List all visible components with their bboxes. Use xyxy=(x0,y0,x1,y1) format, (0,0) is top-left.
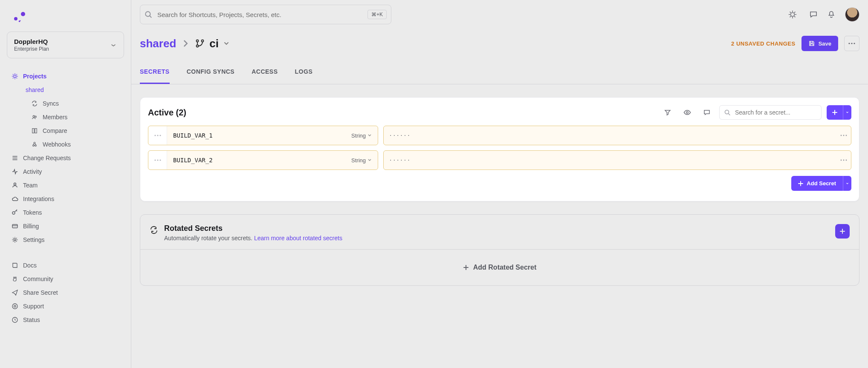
breadcrumb-config[interactable]: ci xyxy=(209,37,219,50)
add-secret-label: Add Secret xyxy=(807,180,836,187)
nav-status-label: Status xyxy=(23,316,40,323)
book-icon xyxy=(11,262,19,269)
nav-projects-label: Projects xyxy=(23,73,46,80)
svg-point-32 xyxy=(846,135,847,136)
save-button[interactable]: Save xyxy=(801,36,838,51)
secret-type[interactable]: String xyxy=(351,132,378,139)
tab-config-syncs[interactable]: CONFIG SYNCS xyxy=(187,68,235,84)
nav-project-shared[interactable]: shared xyxy=(7,83,124,97)
nav-billing[interactable]: Billing xyxy=(7,219,124,233)
nav-docs-label: Docs xyxy=(23,262,37,269)
secret-search-input[interactable] xyxy=(734,109,817,116)
breadcrumb-project[interactable]: shared xyxy=(140,37,176,50)
more-button[interactable] xyxy=(844,36,859,51)
nav-team-label: Team xyxy=(23,182,38,189)
nav-community[interactable]: Community xyxy=(7,272,124,286)
svg-point-27 xyxy=(154,135,156,136)
svg-point-1 xyxy=(21,12,25,16)
rotated-learn-more[interactable]: Learn more about rotated secrets xyxy=(254,235,342,242)
nav-integrations-label: Integrations xyxy=(23,196,54,202)
nav-team[interactable]: Team xyxy=(7,178,124,192)
tab-logs[interactable]: LOGS xyxy=(295,68,313,84)
tab-secrets[interactable]: SECRETS xyxy=(140,68,170,84)
org-switcher[interactable]: DopplerHQ Enterprise Plan xyxy=(7,32,124,58)
add-secret-dropdown[interactable] xyxy=(843,176,851,191)
svg-point-24 xyxy=(854,43,855,44)
secret-key-cell[interactable]: BUILD_VAR_1 String xyxy=(148,126,378,145)
gear-icon xyxy=(11,73,19,80)
tabs: SECRETS CONFIG SYNCS ACCESS LOGS xyxy=(131,51,868,84)
nav-tokens[interactable]: Tokens xyxy=(7,206,124,219)
sync-icon xyxy=(31,101,38,106)
nav-share-secret-label: Share Secret xyxy=(23,289,58,296)
drag-handle-icon[interactable] xyxy=(148,151,167,170)
svg-rect-5 xyxy=(32,129,34,133)
chat-icon[interactable] xyxy=(809,10,818,19)
filter-button[interactable] xyxy=(660,105,675,120)
nav-webhooks[interactable]: Webhooks xyxy=(7,138,124,151)
search-icon xyxy=(724,109,731,116)
tab-access[interactable]: ACCESS xyxy=(252,68,278,84)
nav-docs[interactable]: Docs xyxy=(7,259,124,272)
nav-tokens-label: Tokens xyxy=(23,209,42,216)
global-search-input[interactable] xyxy=(156,11,363,19)
secret-value-masked: ······ xyxy=(384,132,836,139)
unsaved-changes: 2 UNSAVED CHANGES xyxy=(731,40,796,47)
row-menu-button[interactable] xyxy=(836,159,851,161)
nav-settings-label: Settings xyxy=(23,236,45,243)
save-button-label: Save xyxy=(819,40,831,47)
rotated-title: Rotated Secrets xyxy=(164,224,342,233)
nav-support[interactable]: Support xyxy=(7,299,124,313)
nav-projects[interactable]: Projects xyxy=(7,69,124,83)
list-icon xyxy=(11,155,19,161)
secret-key: BUILD_VAR_1 xyxy=(167,132,351,139)
panel-add-button[interactable] xyxy=(827,105,843,120)
compare-icon xyxy=(31,128,38,134)
nav-status[interactable]: Status xyxy=(7,313,124,327)
secret-row: BUILD_VAR_2 String ······ xyxy=(148,150,851,170)
secret-type[interactable]: String xyxy=(351,157,378,164)
hand-icon xyxy=(11,276,19,282)
chevron-down-icon[interactable] xyxy=(223,40,230,47)
add-secret-button[interactable]: Add Secret xyxy=(791,176,843,191)
nav-share-secret[interactable]: Share Secret xyxy=(7,286,124,299)
sidebar: DopplerHQ Enterprise Plan Projects share… xyxy=(0,0,131,368)
drag-handle-icon[interactable] xyxy=(148,126,167,145)
nav-syncs-label: Syncs xyxy=(43,100,59,107)
secret-value-cell[interactable]: ······ xyxy=(383,126,851,145)
life-ring-icon xyxy=(11,303,19,310)
svg-point-15 xyxy=(14,305,16,307)
svg-point-37 xyxy=(843,160,845,161)
settings-icon xyxy=(11,236,19,243)
reveal-button[interactable] xyxy=(680,105,694,120)
add-rotated-secret-button[interactable]: Add Rotated Secret xyxy=(460,263,539,272)
row-menu-button[interactable] xyxy=(836,135,851,136)
secret-key: BUILD_VAR_2 xyxy=(167,157,351,164)
svg-point-10 xyxy=(14,183,16,185)
secret-key-cell[interactable]: BUILD_VAR_2 String xyxy=(148,150,378,170)
breadcrumb: shared ci 2 UNSAVED CHANGES xyxy=(131,20,868,51)
nav-integrations[interactable]: Integrations xyxy=(7,192,124,206)
svg-point-38 xyxy=(846,160,847,161)
secret-value-cell[interactable]: ······ xyxy=(383,150,851,170)
bell-icon[interactable] xyxy=(827,10,836,19)
panel-title: Active (2) xyxy=(148,108,186,118)
nav-syncs[interactable]: Syncs xyxy=(7,97,124,110)
chevron-right-icon xyxy=(176,39,195,48)
team-icon xyxy=(11,182,19,189)
nav-members[interactable]: Members xyxy=(7,110,124,124)
panel-add-dropdown[interactable] xyxy=(843,105,851,120)
save-icon xyxy=(808,40,815,47)
svg-point-35 xyxy=(159,159,161,161)
nav-settings[interactable]: Settings xyxy=(7,233,124,247)
nav-activity[interactable]: Activity xyxy=(7,165,124,178)
activity-icon xyxy=(11,168,19,175)
nav-compare[interactable]: Compare xyxy=(7,124,124,138)
svg-point-23 xyxy=(851,43,852,44)
nav-change-requests[interactable]: Change Requests xyxy=(7,151,124,165)
comment-button[interactable] xyxy=(700,105,714,120)
search-icon xyxy=(145,11,152,18)
rotated-secrets-panel: Rotated Secrets Automatically rotate you… xyxy=(140,214,859,286)
rotated-plus-button[interactable] xyxy=(835,224,850,239)
secret-search[interactable] xyxy=(719,105,822,120)
